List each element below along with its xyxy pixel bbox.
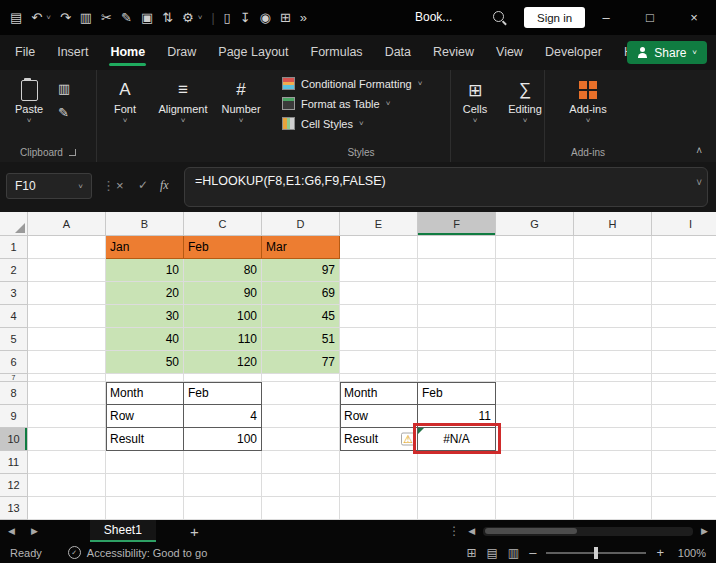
cell-F10[interactable]: #N/A	[418, 428, 496, 451]
format-painter-icon[interactable]: ✎	[121, 11, 132, 24]
table-icon[interactable]: ⊞	[280, 11, 291, 24]
cell-A5[interactable]	[28, 328, 106, 351]
cells-button[interactable]: ⊞Cells˅	[450, 78, 500, 125]
cell-A1[interactable]	[28, 236, 106, 259]
cell-G5[interactable]	[496, 328, 574, 351]
horizontal-scrollbar[interactable]	[483, 527, 693, 536]
sheet-nav-left-icon[interactable]: ◀	[0, 526, 23, 536]
cell-E7[interactable]	[340, 374, 418, 382]
scroll-right-icon[interactable]: ▶	[701, 526, 708, 536]
cell-G13[interactable]	[496, 497, 574, 520]
cell-B1[interactable]: Jan	[106, 236, 184, 259]
cell-F9[interactable]: 11	[418, 405, 496, 428]
zoom-level[interactable]: 100%	[674, 547, 706, 559]
zoom-in-button[interactable]: +	[656, 545, 664, 560]
cell-A11[interactable]	[28, 451, 106, 474]
cell-E10[interactable]: Result⚠	[340, 428, 418, 451]
cell-B8[interactable]: Month	[106, 382, 184, 405]
cell-B11[interactable]	[106, 451, 184, 474]
accessibility-status[interactable]: Accessibility: Good to go	[87, 547, 207, 559]
cell-E4[interactable]	[340, 305, 418, 328]
row-header-11[interactable]: 11	[0, 451, 28, 474]
cell-I9[interactable]	[652, 405, 716, 428]
column-header-B[interactable]: B	[106, 212, 184, 236]
cell-I7[interactable]	[652, 374, 716, 382]
cell-G1[interactable]	[496, 236, 574, 259]
zoom-slider[interactable]	[546, 552, 646, 554]
page-layout-view-icon[interactable]: ▤	[486, 546, 497, 560]
column-header-C[interactable]: C	[184, 212, 262, 236]
cut-icon[interactable]: ✂	[101, 11, 112, 24]
tab-draw[interactable]: Draw	[156, 35, 207, 70]
tab-file[interactable]: File	[4, 35, 46, 70]
cell-C6[interactable]: 120	[184, 351, 262, 374]
column-header-G[interactable]: G	[496, 212, 574, 236]
cell-H1[interactable]	[574, 236, 652, 259]
select-all-corner[interactable]	[0, 212, 28, 236]
picture-icon[interactable]: ▣	[141, 11, 153, 24]
row-header-8[interactable]: 8	[0, 382, 28, 405]
cell-styles-button[interactable]: Cell Styles˅	[282, 117, 422, 130]
cell-C13[interactable]	[184, 497, 262, 520]
cell-D11[interactable]	[262, 451, 340, 474]
tab-home[interactable]: Home	[99, 35, 156, 70]
number-button[interactable]: #Number˅	[212, 78, 270, 125]
tab-page-layout[interactable]: Page Layout	[207, 35, 299, 70]
cell-E2[interactable]	[340, 259, 418, 282]
column-header-H[interactable]: H	[574, 212, 652, 236]
cell-B9[interactable]: Row	[106, 405, 184, 428]
column-header-I[interactable]: I	[652, 212, 716, 236]
cell-D1[interactable]: Mar	[262, 236, 340, 259]
cell-H11[interactable]	[574, 451, 652, 474]
cell-E12[interactable]	[340, 474, 418, 497]
cell-G10[interactable]	[496, 428, 574, 451]
cell-F5[interactable]	[418, 328, 496, 351]
cell-E6[interactable]	[340, 351, 418, 374]
cell-G7[interactable]	[496, 374, 574, 382]
tab-review[interactable]: Review	[422, 35, 485, 70]
cell-A9[interactable]	[28, 405, 106, 428]
cell-C10[interactable]: 100	[184, 428, 262, 451]
page-break-view-icon[interactable]: ▥	[508, 546, 519, 560]
cell-B7[interactable]	[106, 374, 184, 382]
undo-icon[interactable]: ↶	[31, 11, 42, 24]
copy-icon[interactable]: ▥	[58, 82, 70, 95]
column-header-D[interactable]: D	[262, 212, 340, 236]
row-header-5[interactable]: 5	[0, 328, 28, 351]
add-ins-button[interactable]: Add-ins ˅	[561, 78, 615, 125]
cell-I10[interactable]	[652, 428, 716, 451]
sheet-tab-sheet1[interactable]: Sheet1	[90, 520, 156, 542]
tab-view[interactable]: View	[485, 35, 534, 70]
cell-D6[interactable]: 77	[262, 351, 340, 374]
cell-I1[interactable]	[652, 236, 716, 259]
cell-I6[interactable]	[652, 351, 716, 374]
cell-D4[interactable]: 45	[262, 305, 340, 328]
font-button[interactable]: AFont˅	[96, 78, 154, 125]
editing-button[interactable]: ∑Editing˅	[500, 78, 550, 125]
column-header-E[interactable]: E	[340, 212, 418, 236]
cell-C4[interactable]: 100	[184, 305, 262, 328]
save-icon[interactable]: ▤	[10, 11, 22, 24]
cell-G4[interactable]	[496, 305, 574, 328]
cell-D3[interactable]: 69	[262, 282, 340, 305]
row-header-4[interactable]: 4	[0, 305, 28, 328]
zoom-out-button[interactable]: –	[529, 545, 536, 560]
redo-icon[interactable]: ↷	[60, 11, 71, 24]
cell-F8[interactable]: Feb	[418, 382, 496, 405]
cell-D5[interactable]: 51	[262, 328, 340, 351]
tab-insert[interactable]: Insert	[46, 35, 99, 70]
minimize-button[interactable]: –	[584, 0, 628, 35]
cell-F12[interactable]	[418, 474, 496, 497]
cell-A2[interactable]	[28, 259, 106, 282]
format-painter-icon[interactable]: ✎	[58, 106, 70, 119]
cell-B10[interactable]: Result	[106, 428, 184, 451]
cell-I8[interactable]	[652, 382, 716, 405]
enter-icon[interactable]: ✓	[138, 178, 148, 192]
cell-A6[interactable]	[28, 351, 106, 374]
cell-B5[interactable]: 40	[106, 328, 184, 351]
normal-view-icon[interactable]: ⊞	[466, 546, 476, 560]
copy-icon[interactable]: ▥	[80, 11, 92, 24]
cell-D7[interactable]	[262, 374, 340, 382]
cell-D2[interactable]: 97	[262, 259, 340, 282]
more-icon[interactable]: ⋮	[448, 524, 460, 538]
